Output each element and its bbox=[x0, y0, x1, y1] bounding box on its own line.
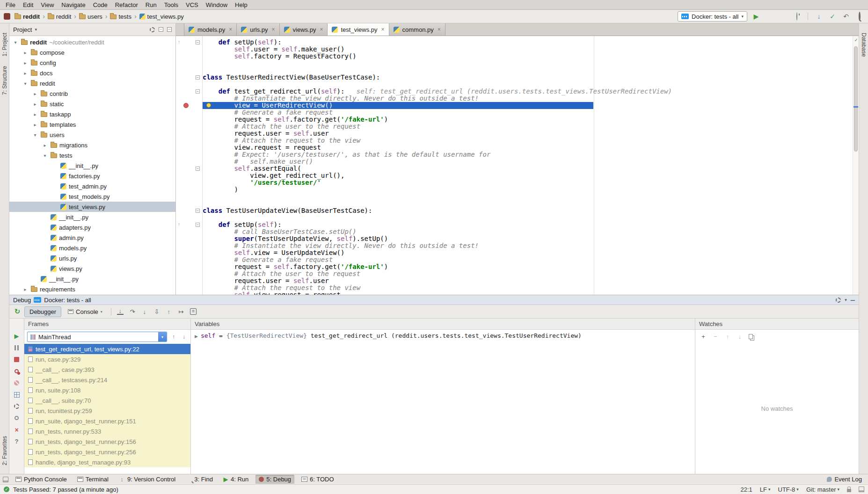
tree-item[interactable]: __init__.py bbox=[9, 160, 175, 171]
view-breakpoints-icon[interactable] bbox=[15, 368, 19, 375]
move-watch-down-icon[interactable]: ↓ bbox=[737, 333, 743, 340]
scrollbar-thumb[interactable] bbox=[854, 46, 858, 152]
editor-tab[interactable]: test_views.py× bbox=[328, 23, 389, 36]
vcs-update-button[interactable]: ↓ bbox=[814, 13, 824, 20]
profiler-button[interactable] bbox=[792, 13, 802, 20]
close-icon[interactable]: × bbox=[228, 26, 232, 33]
chevron-down-icon[interactable]: ▾ bbox=[35, 27, 37, 32]
step-over-icon[interactable]: ↷ bbox=[127, 308, 138, 315]
vcs-revert-button[interactable]: ↶ bbox=[841, 13, 851, 20]
stop-icon[interactable] bbox=[14, 356, 19, 363]
toolwindow-quick-access-icon[interactable] bbox=[3, 477, 8, 482]
tree-item[interactable]: ▸compose bbox=[9, 47, 175, 58]
pause-icon[interactable] bbox=[15, 344, 19, 351]
run-config-select[interactable]: Docker: tests - all ▾ bbox=[678, 11, 747, 22]
stack-frame[interactable]: run_tests, django_test_runner.py:256 bbox=[24, 447, 190, 457]
menu-item-window[interactable]: Window bbox=[202, 0, 231, 9]
toolwindow-button-todo[interactable]: 6: TODO bbox=[298, 475, 337, 484]
tree-item[interactable]: ▸templates bbox=[9, 119, 175, 130]
fold-icon[interactable]: − bbox=[196, 223, 200, 227]
tree-expanded-icon[interactable]: ▾ bbox=[42, 153, 48, 158]
breadcrumb-item[interactable]: reddit bbox=[46, 12, 73, 21]
toolwindow-button-run[interactable]: ▶4: Run bbox=[220, 475, 252, 484]
toolwindow-button-console[interactable]: Python Console bbox=[12, 475, 70, 484]
thread-selector[interactable]: MainThread ▾ bbox=[27, 332, 167, 342]
hide-panel-icon[interactable]: ─ bbox=[167, 27, 172, 32]
tree-item[interactable]: ▾reddit bbox=[9, 78, 175, 88]
close-icon[interactable]: × bbox=[319, 26, 323, 33]
readonly-lock-icon[interactable] bbox=[847, 489, 851, 492]
toolwindow-button-find[interactable]: 3: Find bbox=[182, 475, 216, 484]
tree-collapsed-icon[interactable]: ▸ bbox=[22, 71, 29, 76]
collapse-all-icon[interactable]: − bbox=[159, 27, 163, 32]
line-ending-widget[interactable]: LF▾ bbox=[760, 486, 771, 493]
help-icon[interactable]: ? bbox=[15, 438, 19, 445]
editor-tab[interactable]: urls.py× bbox=[237, 23, 279, 36]
stack-frame[interactable]: run_tests, runner.py:533 bbox=[24, 426, 190, 436]
tool-stripe-button[interactable]: 1: Project bbox=[1, 28, 8, 61]
toolwindow-button-debug[interactable]: 5: Debug bbox=[255, 475, 294, 484]
toolwindow-toggle-icon[interactable] bbox=[859, 487, 864, 492]
fold-icon[interactable]: − bbox=[196, 40, 200, 44]
status-message[interactable]: Tests Passed: 7 passed (a minute ago) bbox=[13, 486, 118, 493]
gear-icon[interactable] bbox=[150, 27, 155, 32]
menu-item-tools[interactable]: Tools bbox=[160, 0, 182, 9]
tree-item[interactable]: ▸contrib bbox=[9, 88, 175, 99]
tree-expanded-icon[interactable]: ▾ bbox=[12, 40, 19, 45]
close-icon[interactable]: × bbox=[271, 26, 275, 33]
tree-item[interactable]: ▸requirements bbox=[9, 284, 175, 294]
breadcrumb-item[interactable]: reddit bbox=[13, 12, 41, 21]
variable-row[interactable]: ▶self = {TestUserRedirectView} test_get_… bbox=[191, 330, 695, 341]
step-into-icon[interactable]: ↓ bbox=[139, 308, 150, 315]
tool-stripe-button[interactable]: 2: Favorites bbox=[1, 431, 8, 470]
tree-collapsed-icon[interactable]: ▸ bbox=[22, 60, 29, 65]
close-icon[interactable]: × bbox=[15, 426, 18, 433]
run-to-cursor-icon[interactable]: ↦ bbox=[176, 308, 186, 315]
stack-frame[interactable]: test_get_redirect_url, test_views.py:22 bbox=[24, 344, 190, 354]
previous-frame-icon[interactable]: ↑ bbox=[170, 334, 177, 340]
stack-frame[interactable]: run_suite, django_test_runner.py:151 bbox=[24, 416, 190, 426]
vcs-commit-button[interactable]: ✓ bbox=[828, 13, 837, 20]
search-everywhere-button[interactable] bbox=[855, 13, 864, 20]
settings-icon[interactable] bbox=[14, 403, 19, 410]
fold-icon[interactable]: − bbox=[196, 89, 200, 94]
tree-collapsed-icon[interactable]: ▸ bbox=[42, 143, 48, 148]
tree-item[interactable]: models.py bbox=[9, 243, 175, 253]
tab-debugger[interactable]: Debugger bbox=[24, 306, 61, 317]
step-into-my-code-icon[interactable]: ⇩ bbox=[152, 308, 162, 315]
menu-item-vcs[interactable]: VCS bbox=[182, 0, 202, 9]
show-execution-point-icon[interactable]: ↓ bbox=[117, 308, 124, 315]
next-frame-icon[interactable]: ↓ bbox=[180, 334, 188, 340]
git-branch-widget[interactable]: Git: master▾ bbox=[806, 486, 839, 493]
tree-item[interactable]: __init__.py bbox=[9, 274, 175, 284]
menu-item-help[interactable]: Help bbox=[231, 0, 251, 9]
evaluate-expression-icon[interactable]: = bbox=[190, 308, 197, 315]
tab-console[interactable]: Console ▾ bbox=[63, 307, 107, 317]
restore-layout-icon[interactable] bbox=[14, 391, 20, 398]
stack-frame[interactable]: __call__, testcases.py:214 bbox=[24, 375, 190, 385]
resume-icon[interactable]: ▶ bbox=[15, 333, 19, 340]
run-button[interactable]: ▶ bbox=[751, 13, 761, 20]
tree-item[interactable]: test_models.py bbox=[9, 191, 175, 202]
add-watch-icon[interactable]: + bbox=[700, 333, 707, 340]
fold-icon[interactable]: − bbox=[196, 209, 200, 213]
tree-item[interactable]: ▸static bbox=[9, 99, 175, 109]
editor-tab[interactable]: common.py× bbox=[389, 23, 445, 36]
breadcrumb-item[interactable]: users bbox=[78, 12, 104, 21]
tree-collapsed-icon[interactable]: ▸ bbox=[32, 112, 38, 117]
tree-expanded-icon[interactable]: ▾ bbox=[22, 81, 29, 86]
fold-icon[interactable]: − bbox=[196, 167, 200, 171]
stack-frame[interactable]: run, tcunittest.py:259 bbox=[24, 406, 190, 416]
intention-bulb-icon[interactable] bbox=[206, 103, 211, 108]
tree-item[interactable]: __init__.py bbox=[9, 212, 175, 222]
stack-frame[interactable]: run_tests, django_test_runner.py:156 bbox=[24, 436, 190, 447]
pin-icon[interactable] bbox=[15, 414, 19, 421]
close-icon[interactable]: × bbox=[437, 26, 441, 33]
tree-item[interactable]: urls.py bbox=[9, 253, 175, 263]
expand-icon[interactable]: ▶ bbox=[195, 334, 201, 339]
tree-item[interactable]: adapters.py bbox=[9, 222, 175, 232]
stack-frame[interactable]: run, suite.py:108 bbox=[24, 385, 190, 395]
menu-item-navigate[interactable]: Navigate bbox=[58, 0, 89, 9]
tree-item[interactable]: factories.py bbox=[9, 171, 175, 181]
tree-collapsed-icon[interactable]: ▸ bbox=[32, 91, 38, 96]
